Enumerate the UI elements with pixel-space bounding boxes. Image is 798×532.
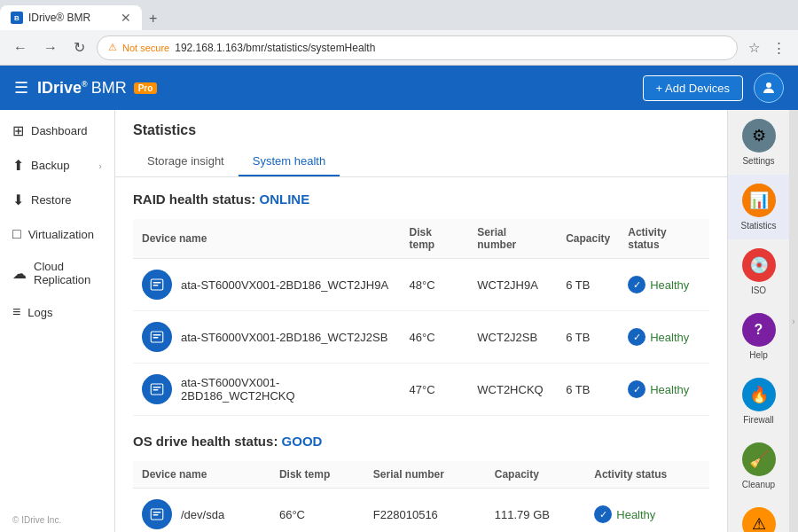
- cleanup-icon: 🧹: [742, 442, 776, 476]
- back-button[interactable]: ←: [9, 38, 32, 58]
- disk-temp: 48°C: [401, 259, 469, 311]
- stats-header: Statistics Storage insight System health: [115, 110, 727, 177]
- activity-status: ✓ Healthy: [619, 259, 709, 311]
- settings-icon: ⚙: [742, 119, 776, 153]
- rs-help[interactable]: ? Help: [728, 304, 789, 369]
- stats-title: Statistics: [133, 122, 709, 138]
- sidebar-label-restore: Restore: [31, 193, 72, 207]
- user-avatar[interactable]: [754, 73, 784, 103]
- tab-close-button[interactable]: ✕: [121, 11, 131, 25]
- app-logo: IDrive® BMR Pro: [37, 79, 157, 98]
- address-bar[interactable]: ⚠ Not secure 192.168.1.163/bmr/statistic…: [97, 35, 738, 60]
- statistics-icon: 📊: [742, 184, 776, 217]
- new-tab-button[interactable]: +: [142, 7, 164, 30]
- svg-rect-12: [153, 514, 159, 516]
- os-section: OS drive health status: GOOD Device name…: [133, 434, 709, 532]
- browser-menu-button[interactable]: ⋮: [769, 38, 789, 58]
- status-text: Healthy: [650, 278, 689, 292]
- stats-tabs: Storage insight System health: [133, 147, 709, 176]
- menu-icon[interactable]: ☰: [14, 78, 28, 98]
- rs-iso[interactable]: 💿 ISO: [728, 239, 789, 304]
- rs-statistics-label: Statistics: [740, 221, 776, 231]
- healthy-check-icon: ✓: [628, 380, 645, 398]
- table-row: ata-ST6000VX001-2BD186_WCT2JH9A 48°C WCT…: [133, 259, 709, 311]
- table-row: ata-ST6000VX001-2BD186_WCT2HCKQ 47°C WCT…: [133, 364, 709, 416]
- svg-rect-3: [153, 285, 159, 286]
- topbar: ☰ IDrive® BMR Pro + Add Devices: [0, 66, 798, 110]
- os-disk-temp: 66°C: [270, 489, 364, 533]
- help-icon: ?: [742, 313, 776, 347]
- sidebar-item-dashboard[interactable]: ⊞ Dashboard: [0, 113, 114, 148]
- logs-icon: ≡: [12, 304, 20, 320]
- sidebar-label-cloud: Cloud Replication: [34, 260, 102, 286]
- tab-system-health[interactable]: System health: [239, 147, 340, 176]
- rs-help-label: Help: [749, 350, 768, 360]
- device-name: ata-ST6000VX001-2BD186_WCT2JH9A: [181, 278, 388, 292]
- statistics-panel: Statistics Storage insight System health…: [115, 110, 727, 532]
- capacity: 6 TB: [557, 364, 619, 416]
- rs-cleanup-label: Cleanup: [742, 480, 775, 489]
- activity-status: ✓ Healthy: [619, 364, 709, 416]
- svg-rect-5: [153, 334, 161, 336]
- os-status-label: OS drive health status:: [133, 434, 278, 449]
- backup-icon: ⬆: [12, 157, 24, 174]
- os-serial-number: F228010516: [364, 489, 486, 533]
- sidebar-label-backup: Backup: [31, 159, 69, 172]
- capacity: 6 TB: [557, 259, 619, 311]
- svg-point-0: [766, 82, 771, 88]
- serial-number: WCT2J2SB: [468, 311, 557, 364]
- os-device-disk-icon: [142, 499, 172, 529]
- tab-storage-insight[interactable]: Storage insight: [133, 147, 239, 176]
- os-status-heading: OS drive health status: GOOD: [133, 434, 709, 449]
- os-activity-status: ✓ Healthy: [585, 489, 709, 533]
- table-row: /dev/sda 66°C F228010516 111.79 GB ✓ Hea…: [133, 489, 709, 533]
- disk-temp: 46°C: [401, 311, 469, 364]
- rs-firewall[interactable]: 🔥 Firewall: [728, 369, 789, 434]
- nav-actions: ☆ ⋮: [745, 38, 789, 58]
- svg-rect-2: [153, 282, 161, 284]
- rs-statistics[interactable]: 📊 Statistics: [728, 175, 789, 239]
- forward-button[interactable]: →: [39, 38, 62, 58]
- healthy-check-icon: ✓: [628, 328, 645, 346]
- device-name: ata-ST6000VX001-2BD186_WCT2J2SB: [181, 331, 387, 344]
- rs-cleanup[interactable]: 🧹 Cleanup: [728, 434, 789, 498]
- status-text: Healthy: [650, 383, 689, 396]
- device-disk-icon: [142, 270, 172, 300]
- rs-settings[interactable]: ⚙ Settings: [728, 110, 789, 175]
- bmr-text: BMR: [91, 79, 127, 98]
- raid-health-table: Device name Disk temp Serial number Capa…: [133, 219, 709, 416]
- bookmark-star-button[interactable]: ☆: [745, 38, 763, 58]
- tab-title: IDrive® BMR: [28, 12, 90, 24]
- svg-rect-11: [153, 512, 161, 513]
- capacity: 6 TB: [557, 311, 619, 364]
- device-name: ata-ST6000VX001-2BD186_WCT2HCKQ: [181, 376, 392, 403]
- browser-tab[interactable]: B IDrive® BMR ✕: [0, 5, 142, 30]
- virtualization-icon: □: [12, 226, 21, 242]
- sidebar-item-restore[interactable]: ⬇ Restore: [0, 183, 114, 217]
- rs-submit-error[interactable]: ⚠ Submit Error Report: [728, 498, 789, 532]
- scroll-indicator[interactable]: ›: [789, 110, 798, 532]
- tab-favicon: B: [11, 12, 23, 24]
- svg-rect-6: [153, 337, 159, 339]
- restore-icon: ⬇: [12, 192, 24, 208]
- sidebar-item-backup[interactable]: ⬆ Backup ›: [0, 148, 114, 183]
- svg-rect-8: [153, 387, 161, 388]
- disk-temp: 47°C: [401, 364, 469, 416]
- col-activity-status: Activity status: [619, 219, 709, 259]
- reload-button[interactable]: ↻: [69, 37, 90, 58]
- os-health-table: Device name Disk temp Serial number Capa…: [133, 461, 709, 532]
- sidebar-item-cloud-replication[interactable]: ☁ Cloud Replication: [0, 251, 114, 295]
- sidebar-item-logs[interactable]: ≡ Logs: [0, 295, 114, 329]
- table-row: ata-ST6000VX001-2BD186_WCT2J2SB 46°C WCT…: [133, 311, 709, 364]
- rs-firewall-label: Firewall: [743, 415, 773, 425]
- serial-number: WCT2HCKQ: [468, 364, 557, 416]
- sidebar-label-logs: Logs: [27, 306, 52, 319]
- sidebar-item-virtualization[interactable]: □ Virtualization: [0, 217, 114, 251]
- content-area: Statistics Storage insight System health…: [115, 110, 727, 532]
- os-col-capacity: Capacity: [486, 461, 585, 489]
- browser-nav: ← → ↻ ⚠ Not secure 192.168.1.163/bmr/sta…: [0, 30, 798, 66]
- add-devices-button[interactable]: + Add Devices: [643, 75, 743, 101]
- os-status-value: GOOD: [282, 434, 323, 449]
- os-status-text: Healthy: [616, 508, 655, 521]
- dashboard-icon: ⊞: [12, 122, 24, 139]
